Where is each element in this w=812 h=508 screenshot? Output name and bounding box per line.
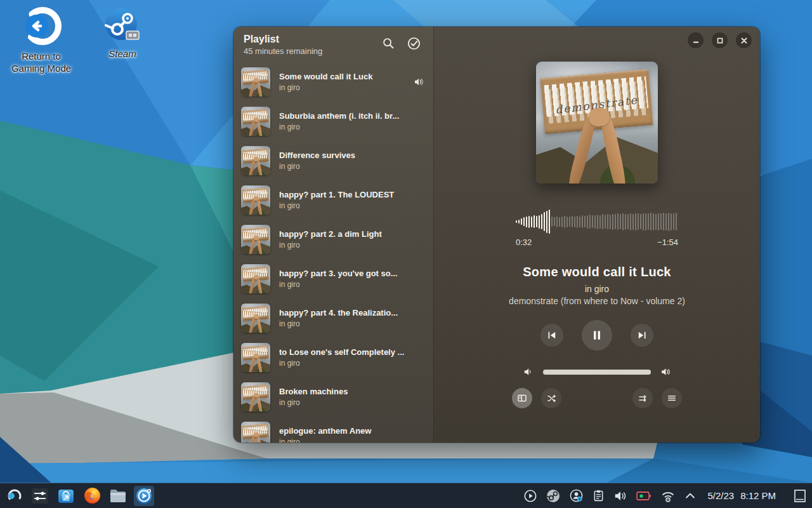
volume-tray-button[interactable] bbox=[613, 489, 627, 503]
steam-tray-button[interactable] bbox=[546, 488, 561, 504]
track-title: happy? part 1. The LOUDEST bbox=[279, 190, 424, 199]
shortcut-badge bbox=[126, 31, 139, 39]
music-player-app-icon bbox=[135, 487, 153, 505]
select-mode-button[interactable] bbox=[404, 34, 423, 53]
system-tray: 5/2/23 8:12 PM bbox=[523, 488, 807, 504]
track-title: to Lose one's self Completely ... bbox=[279, 347, 424, 357]
playlist-item[interactable]: happy? part 3. you've got so... in giro bbox=[233, 259, 433, 298]
playlist-header: Playlist 45 minutes remaining bbox=[233, 27, 433, 60]
album-thumbnail bbox=[241, 382, 270, 411]
track-title: Difference survives bbox=[279, 150, 424, 160]
album-thumbnail bbox=[241, 225, 270, 254]
steamdeck-logo-icon bbox=[5, 487, 23, 505]
album-thumbnail bbox=[241, 264, 270, 293]
folder-icon bbox=[108, 486, 128, 505]
app-launcher-button[interactable] bbox=[4, 486, 24, 506]
main-menu-button[interactable] bbox=[662, 388, 682, 408]
playlist-toggle-button[interactable] bbox=[512, 388, 532, 408]
minimize-button[interactable] bbox=[688, 32, 704, 48]
steam-logo-icon bbox=[88, 6, 157, 46]
playlist-item[interactable]: happy? part 1. The LOUDEST in giro bbox=[233, 180, 433, 220]
clock-date: 5/2/23 bbox=[707, 490, 734, 501]
pause-button[interactable] bbox=[582, 320, 612, 351]
desktop-icon-steam[interactable]: Steam bbox=[88, 6, 157, 60]
clipboard-tray-button[interactable] bbox=[592, 489, 605, 502]
previous-button[interactable] bbox=[540, 324, 563, 347]
album-art: demonstrate bbox=[536, 62, 658, 184]
wifi-tray-button[interactable] bbox=[660, 489, 676, 503]
playlist-item[interactable]: happy? part 4. the Realizatio... in giro bbox=[233, 298, 433, 338]
time-row: 0:32 −1:54 bbox=[516, 237, 678, 247]
music-player-window: Playlist 45 minutes remaining bbox=[233, 27, 760, 443]
return-to-gaming-mode-icon bbox=[6, 5, 76, 48]
track-title: Suburbia anthem (i. itch ii. br... bbox=[279, 111, 424, 121]
maximize-button[interactable] bbox=[712, 32, 728, 48]
clock-time: 8:12 PM bbox=[740, 490, 776, 501]
album-thumbnail bbox=[241, 343, 270, 372]
track-title: Broken machines bbox=[279, 387, 424, 396]
desktop-icon-return-to-gaming-mode[interactable]: Return to Gaming Mode bbox=[6, 5, 76, 75]
track-artist: in giro bbox=[279, 123, 424, 131]
playlist-item[interactable]: epilogue: anthem Anew in giro bbox=[233, 417, 433, 443]
close-button[interactable] bbox=[736, 32, 752, 48]
secondary-controls bbox=[512, 388, 682, 408]
time-elapsed: 0:32 bbox=[516, 237, 532, 247]
next-button[interactable] bbox=[631, 324, 653, 347]
skip-backward-icon bbox=[546, 330, 558, 341]
taskbar: 5/2/23 8:12 PM bbox=[0, 483, 812, 508]
volume-slider-fill bbox=[543, 370, 651, 375]
firefox-button[interactable] bbox=[82, 486, 102, 506]
track-title: happy? part 3. you've got so... bbox=[279, 269, 424, 278]
search-button[interactable] bbox=[379, 34, 398, 53]
transport-controls bbox=[540, 320, 653, 351]
playlist-item[interactable]: Difference survives in giro bbox=[233, 141, 433, 180]
player-pane: demonstrate 0:32 −1:54 Some would call i… bbox=[434, 27, 760, 443]
tray-expand-button[interactable] bbox=[684, 490, 697, 502]
playlist-remaining-time: 45 minutes remaining bbox=[244, 46, 372, 56]
track-artist: in giro bbox=[279, 280, 424, 289]
playlist-title: Playlist bbox=[244, 34, 372, 45]
track-artist: in giro bbox=[279, 162, 424, 171]
playlist-toggle-icon bbox=[517, 393, 527, 403]
song-title: Some would call it Luck bbox=[523, 265, 671, 279]
playlist-item[interactable]: Broken machines in giro bbox=[233, 377, 433, 417]
desktop-icon-label: Return to Gaming Mode bbox=[6, 51, 76, 75]
song-artist: in giro bbox=[585, 284, 609, 294]
digital-clock[interactable]: 5/2/23 8:12 PM bbox=[707, 490, 776, 501]
maximize-icon bbox=[716, 37, 724, 44]
waveform-seekbar[interactable] bbox=[516, 210, 678, 234]
playlist-item[interactable]: Some would call it Luck in giro bbox=[233, 62, 433, 102]
playlist-list: Some would call it Luck in giro Suburbia… bbox=[233, 60, 433, 443]
track-artist: in giro bbox=[279, 438, 424, 443]
track-title: Some would call it Luck bbox=[279, 72, 409, 81]
shuffle-button[interactable] bbox=[541, 388, 561, 408]
close-icon bbox=[740, 37, 748, 44]
track-title: epilogue: anthem Anew bbox=[279, 426, 424, 436]
time-remaining: −1:54 bbox=[657, 237, 678, 247]
music-player-task-button[interactable] bbox=[134, 486, 154, 506]
search-icon bbox=[381, 36, 395, 50]
playlist-item[interactable]: Suburbia anthem (i. itch ii. br... in gi… bbox=[233, 102, 433, 141]
playlist-item[interactable]: to Lose one's self Completely ... in gir… bbox=[233, 338, 433, 377]
quick-settings-button[interactable] bbox=[30, 486, 50, 506]
show-desktop-button[interactable] bbox=[793, 488, 807, 504]
show-desktop-icon bbox=[794, 489, 806, 503]
album-thumbnail bbox=[241, 67, 270, 97]
now-playing-icon bbox=[413, 77, 424, 87]
media-playing-tray-button[interactable] bbox=[523, 489, 537, 503]
album-thumbnail bbox=[241, 304, 270, 333]
song-album: demonstrate (from where to Now - volume … bbox=[509, 296, 685, 306]
track-title: happy? part 4. the Realizatio... bbox=[279, 308, 424, 318]
discover-store-button[interactable] bbox=[56, 486, 76, 506]
track-artist: in giro bbox=[279, 319, 424, 328]
battery-tray-button[interactable] bbox=[636, 490, 652, 502]
shuffle-icon bbox=[546, 393, 557, 404]
consecutive-icon bbox=[638, 393, 648, 404]
desktop-icon-label: Steam bbox=[88, 48, 157, 60]
playlist-item[interactable]: happy? part 2. a dim Light in giro bbox=[233, 220, 433, 259]
file-manager-button[interactable] bbox=[108, 486, 128, 506]
volume-slider[interactable] bbox=[543, 370, 651, 375]
user-tray-button[interactable] bbox=[569, 488, 584, 503]
firefox-icon bbox=[83, 486, 102, 505]
repeat-mode-button[interactable] bbox=[632, 388, 653, 408]
